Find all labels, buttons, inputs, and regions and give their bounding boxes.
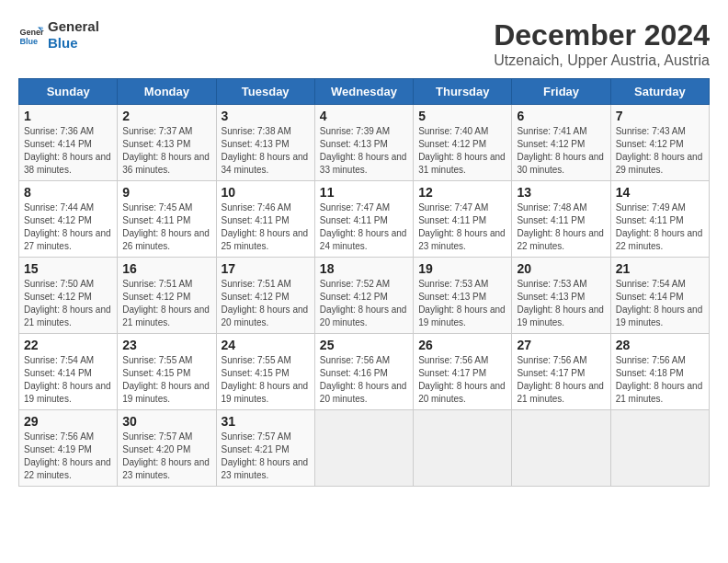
- calendar-cell: [512, 410, 610, 487]
- calendar-cell: 9Sunrise: 7:45 AM Sunset: 4:11 PM Daylig…: [118, 181, 216, 258]
- day-detail: Sunrise: 7:45 AM Sunset: 4:11 PM Dayligh…: [122, 201, 210, 253]
- weekday-header-row: SundayMondayTuesdayWednesdayThursdayFrid…: [19, 79, 710, 105]
- calendar-week-row: 22Sunrise: 7:54 AM Sunset: 4:14 PM Dayli…: [19, 334, 710, 410]
- calendar-cell: 11Sunrise: 7:47 AM Sunset: 4:11 PM Dayli…: [314, 181, 413, 258]
- logo-line1: General: [48, 18, 99, 35]
- day-number: 28: [616, 338, 704, 352]
- day-detail: Sunrise: 7:54 AM Sunset: 4:14 PM Dayligh…: [24, 354, 112, 406]
- day-number: 6: [517, 109, 605, 123]
- day-number: 9: [122, 185, 210, 200]
- header: General Blue General Blue December 2024 …: [18, 18, 710, 69]
- calendar-cell: 24Sunrise: 7:55 AM Sunset: 4:15 PM Dayli…: [216, 334, 314, 410]
- day-detail: Sunrise: 7:55 AM Sunset: 4:15 PM Dayligh…: [222, 354, 310, 406]
- weekday-header: Tuesday: [216, 79, 314, 105]
- calendar-cell: 21Sunrise: 7:54 AM Sunset: 4:14 PM Dayli…: [610, 258, 709, 334]
- weekday-header: Sunday: [19, 79, 118, 105]
- calendar-cell: 31Sunrise: 7:57 AM Sunset: 4:21 PM Dayli…: [216, 410, 314, 487]
- day-number: 7: [616, 109, 704, 123]
- day-detail: Sunrise: 7:47 AM Sunset: 4:11 PM Dayligh…: [418, 201, 506, 253]
- calendar-cell: 1Sunrise: 7:36 AM Sunset: 4:14 PM Daylig…: [19, 105, 118, 181]
- calendar-cell: 12Sunrise: 7:47 AM Sunset: 4:11 PM Dayli…: [414, 181, 512, 258]
- day-number: 10: [222, 185, 310, 200]
- logo: General Blue General Blue: [18, 18, 99, 52]
- day-number: 19: [418, 261, 506, 276]
- calendar-cell: 19Sunrise: 7:53 AM Sunset: 4:13 PM Dayli…: [414, 258, 512, 334]
- weekday-header: Friday: [512, 79, 610, 105]
- day-number: 4: [320, 109, 408, 123]
- weekday-header: Saturday: [610, 79, 709, 105]
- calendar-week-row: 8Sunrise: 7:44 AM Sunset: 4:12 PM Daylig…: [19, 181, 710, 258]
- calendar-cell: 29Sunrise: 7:56 AM Sunset: 4:19 PM Dayli…: [19, 410, 118, 487]
- title-area: December 2024 Utzenaich, Upper Austria, …: [494, 18, 710, 69]
- day-number: 27: [517, 338, 605, 352]
- day-detail: Sunrise: 7:44 AM Sunset: 4:12 PM Dayligh…: [24, 201, 112, 253]
- calendar-cell: 17Sunrise: 7:51 AM Sunset: 4:12 PM Dayli…: [216, 258, 314, 334]
- day-number: 13: [517, 185, 605, 200]
- logo-icon: General Blue: [18, 22, 44, 48]
- logo-line2: Blue: [48, 35, 99, 52]
- day-number: 2: [122, 109, 210, 123]
- day-number: 29: [24, 414, 112, 429]
- calendar-week-row: 15Sunrise: 7:50 AM Sunset: 4:12 PM Dayli…: [19, 258, 710, 334]
- day-detail: Sunrise: 7:38 AM Sunset: 4:13 PM Dayligh…: [222, 125, 310, 177]
- day-detail: Sunrise: 7:56 AM Sunset: 4:16 PM Dayligh…: [320, 354, 408, 406]
- calendar-cell: 2Sunrise: 7:37 AM Sunset: 4:13 PM Daylig…: [118, 105, 216, 181]
- day-detail: Sunrise: 7:56 AM Sunset: 4:17 PM Dayligh…: [418, 354, 506, 406]
- calendar-cell: 13Sunrise: 7:48 AM Sunset: 4:11 PM Dayli…: [512, 181, 610, 258]
- calendar-cell: 23Sunrise: 7:55 AM Sunset: 4:15 PM Dayli…: [118, 334, 216, 410]
- day-number: 18: [320, 261, 408, 276]
- svg-text:Blue: Blue: [19, 37, 38, 46]
- day-number: 21: [616, 261, 704, 276]
- calendar-cell: [610, 410, 709, 487]
- day-number: 8: [24, 185, 112, 200]
- day-number: 5: [418, 109, 506, 123]
- day-number: 26: [418, 338, 506, 352]
- day-detail: Sunrise: 7:53 AM Sunset: 4:13 PM Dayligh…: [517, 278, 605, 329]
- day-detail: Sunrise: 7:56 AM Sunset: 4:19 PM Dayligh…: [24, 431, 112, 482]
- calendar-cell: [314, 410, 413, 487]
- day-number: 3: [222, 109, 310, 123]
- day-number: 20: [517, 261, 605, 276]
- weekday-header: Wednesday: [314, 79, 413, 105]
- day-detail: Sunrise: 7:57 AM Sunset: 4:20 PM Dayligh…: [122, 431, 210, 482]
- calendar-cell: 3Sunrise: 7:38 AM Sunset: 4:13 PM Daylig…: [216, 105, 314, 181]
- day-detail: Sunrise: 7:55 AM Sunset: 4:15 PM Dayligh…: [122, 354, 210, 406]
- day-detail: Sunrise: 7:51 AM Sunset: 4:12 PM Dayligh…: [122, 278, 210, 329]
- day-number: 30: [122, 414, 210, 429]
- calendar-cell: 18Sunrise: 7:52 AM Sunset: 4:12 PM Dayli…: [314, 258, 413, 334]
- weekday-header: Monday: [118, 79, 216, 105]
- day-detail: Sunrise: 7:48 AM Sunset: 4:11 PM Dayligh…: [517, 201, 605, 253]
- day-detail: Sunrise: 7:40 AM Sunset: 4:12 PM Dayligh…: [418, 125, 506, 177]
- calendar-cell: 27Sunrise: 7:56 AM Sunset: 4:17 PM Dayli…: [512, 334, 610, 410]
- calendar-cell: 22Sunrise: 7:54 AM Sunset: 4:14 PM Dayli…: [19, 334, 118, 410]
- weekday-header: Thursday: [414, 79, 512, 105]
- calendar-cell: 20Sunrise: 7:53 AM Sunset: 4:13 PM Dayli…: [512, 258, 610, 334]
- calendar-cell: 14Sunrise: 7:49 AM Sunset: 4:11 PM Dayli…: [610, 181, 709, 258]
- day-number: 1: [24, 109, 112, 123]
- day-detail: Sunrise: 7:41 AM Sunset: 4:12 PM Dayligh…: [517, 125, 605, 177]
- calendar-cell: 10Sunrise: 7:46 AM Sunset: 4:11 PM Dayli…: [216, 181, 314, 258]
- calendar-cell: 15Sunrise: 7:50 AM Sunset: 4:12 PM Dayli…: [19, 258, 118, 334]
- day-number: 14: [616, 185, 704, 200]
- calendar-cell: 25Sunrise: 7:56 AM Sunset: 4:16 PM Dayli…: [314, 334, 413, 410]
- day-number: 17: [222, 261, 310, 276]
- day-detail: Sunrise: 7:43 AM Sunset: 4:12 PM Dayligh…: [616, 125, 704, 177]
- day-number: 12: [418, 185, 506, 200]
- day-detail: Sunrise: 7:51 AM Sunset: 4:12 PM Dayligh…: [222, 278, 310, 329]
- day-detail: Sunrise: 7:36 AM Sunset: 4:14 PM Dayligh…: [24, 125, 112, 177]
- calendar-cell: 7Sunrise: 7:43 AM Sunset: 4:12 PM Daylig…: [610, 105, 709, 181]
- day-detail: Sunrise: 7:46 AM Sunset: 4:11 PM Dayligh…: [222, 201, 310, 253]
- calendar-cell: 30Sunrise: 7:57 AM Sunset: 4:20 PM Dayli…: [118, 410, 216, 487]
- calendar-cell: 16Sunrise: 7:51 AM Sunset: 4:12 PM Dayli…: [118, 258, 216, 334]
- day-detail: Sunrise: 7:47 AM Sunset: 4:11 PM Dayligh…: [320, 201, 408, 253]
- calendar-cell: 28Sunrise: 7:56 AM Sunset: 4:18 PM Dayli…: [610, 334, 709, 410]
- calendar-table: SundayMondayTuesdayWednesdayThursdayFrid…: [18, 78, 710, 487]
- calendar-cell: 4Sunrise: 7:39 AM Sunset: 4:13 PM Daylig…: [314, 105, 413, 181]
- day-detail: Sunrise: 7:52 AM Sunset: 4:12 PM Dayligh…: [320, 278, 408, 329]
- day-detail: Sunrise: 7:57 AM Sunset: 4:21 PM Dayligh…: [222, 431, 310, 482]
- day-detail: Sunrise: 7:56 AM Sunset: 4:17 PM Dayligh…: [517, 354, 605, 406]
- day-detail: Sunrise: 7:37 AM Sunset: 4:13 PM Dayligh…: [122, 125, 210, 177]
- day-number: 31: [222, 414, 310, 429]
- calendar-cell: 6Sunrise: 7:41 AM Sunset: 4:12 PM Daylig…: [512, 105, 610, 181]
- calendar-cell: [414, 410, 512, 487]
